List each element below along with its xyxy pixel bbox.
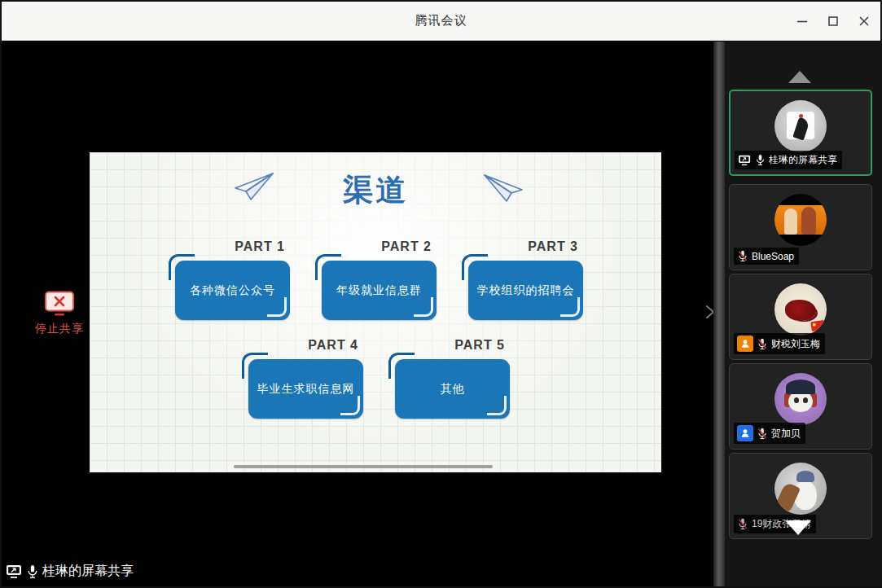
participant-name: 贺加贝 bbox=[771, 427, 801, 441]
maximize-button[interactable] bbox=[827, 15, 840, 28]
participant-name: 桂琳的屏幕共享 bbox=[769, 153, 837, 167]
part-label: PART 2 bbox=[381, 239, 432, 254]
member-badge-icon bbox=[737, 425, 753, 441]
member-badge-icon bbox=[737, 336, 753, 352]
scroll-up-arrow[interactable] bbox=[788, 71, 811, 83]
box-text: 学校组织的招聘会 bbox=[468, 261, 583, 320]
participant-name: 财税刘玉梅 bbox=[771, 337, 820, 351]
window-controls bbox=[796, 2, 871, 41]
shared-screen-stage: 渠道 PART 1 各种微信公众号 bbox=[2, 42, 713, 586]
participant-name-strip: 贺加贝 bbox=[734, 423, 805, 444]
mic-on-icon bbox=[755, 154, 766, 166]
window-title: 腾讯会议 bbox=[415, 13, 467, 29]
box-text: 其他 bbox=[395, 359, 510, 419]
mic-muted-icon bbox=[757, 428, 768, 440]
stop-share-icon bbox=[44, 291, 75, 317]
slide-box-part4: PART 4 毕业生求职信息网 bbox=[248, 359, 363, 419]
avatar bbox=[774, 463, 827, 515]
paper-plane-icon bbox=[482, 173, 524, 206]
panel-divider[interactable] bbox=[713, 42, 725, 586]
slide-box-part3: PART 3 学校组织的招聘会 bbox=[468, 261, 583, 320]
slide-box-part1: PART 1 各种微信公众号 bbox=[175, 261, 290, 320]
participant-name-strip: 桂琳的屏幕共享 bbox=[735, 151, 842, 169]
avatar bbox=[774, 194, 827, 246]
slide-box-part2: PART 2 年级就业信息群 bbox=[322, 261, 437, 320]
title-bar: 腾讯会议 bbox=[2, 2, 880, 41]
slide-box-part5: PART 5 其他 bbox=[395, 359, 510, 419]
part-label: PART 5 bbox=[454, 338, 505, 353]
scroll-down-arrow[interactable] bbox=[785, 520, 811, 535]
participants-sidebar: 桂琳的屏幕共享 BlueSoap bbox=[725, 42, 880, 586]
stop-share-label: 停止共享 bbox=[35, 322, 84, 336]
part-label: PART 4 bbox=[308, 338, 358, 353]
avatar bbox=[774, 100, 827, 152]
tencent-meeting-window: 腾讯会议 渠道 bbox=[0, 0, 882, 588]
mic-muted-icon bbox=[757, 338, 768, 350]
minimize-button[interactable] bbox=[796, 15, 809, 28]
participant-name-strip: BlueSoap bbox=[734, 248, 799, 265]
participant-tile-liuyumei[interactable]: 财税刘玉梅 bbox=[729, 274, 872, 360]
box-text: 年级就业信息群 bbox=[322, 261, 437, 320]
sharer-banner-label: 桂琳的屏幕共享 bbox=[42, 563, 134, 580]
participant-tile-hejiabei[interactable]: 贺加贝 bbox=[729, 363, 872, 450]
participant-name-strip: 财税刘玉梅 bbox=[734, 333, 825, 354]
paper-plane-icon bbox=[233, 172, 275, 204]
sharer-banner: 桂琳的屏幕共享 bbox=[6, 563, 134, 580]
part-label: PART 1 bbox=[235, 239, 285, 254]
mic-on-icon bbox=[26, 564, 39, 579]
participant-name: BlueSoap bbox=[752, 251, 794, 262]
screen-share-icon bbox=[738, 155, 752, 166]
slide-horizontal-scrollbar[interactable] bbox=[234, 465, 493, 468]
stop-share-button[interactable]: 停止共享 bbox=[29, 291, 90, 336]
presentation-slide: 渠道 PART 1 各种微信公众号 bbox=[90, 152, 661, 472]
participant-tile-guilin[interactable]: 桂琳的屏幕共享 bbox=[729, 90, 872, 176]
box-text: 各种微信公众号 bbox=[175, 261, 290, 320]
participant-tile-bluesoap[interactable]: BlueSoap bbox=[729, 184, 872, 270]
mic-muted-icon bbox=[737, 518, 748, 530]
avatar bbox=[774, 283, 827, 336]
box-text: 毕业生求职信息网 bbox=[248, 359, 363, 419]
mic-muted-icon bbox=[737, 250, 748, 262]
close-button[interactable] bbox=[858, 15, 871, 28]
avatar bbox=[774, 373, 827, 425]
part-label: PART 3 bbox=[528, 239, 578, 254]
slide-title: 渠道 bbox=[90, 170, 661, 211]
screen-share-icon bbox=[6, 564, 23, 579]
